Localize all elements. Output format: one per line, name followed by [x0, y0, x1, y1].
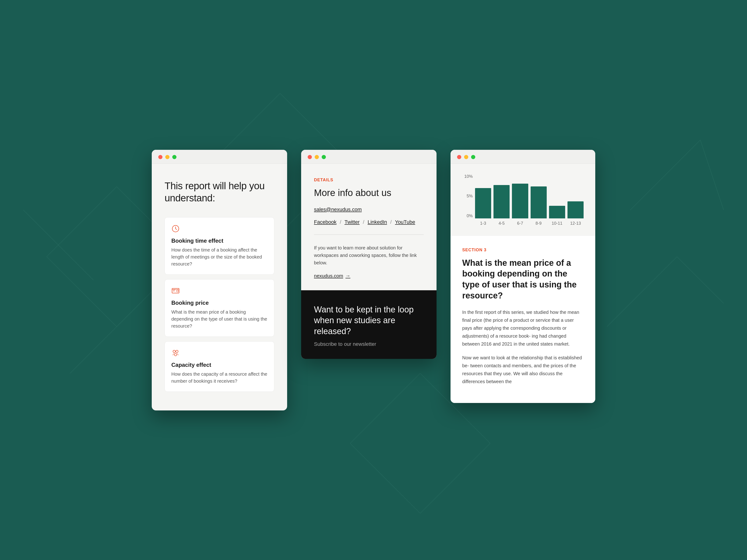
price-icon [171, 287, 181, 296]
details-label: DETAILS [314, 178, 424, 183]
booking-price-desc: What is the mean price of a booking depe… [171, 309, 267, 329]
chart-y-labels: 10% 5% 0% [462, 174, 475, 218]
linkedin-link[interactable]: LinkedIn [368, 219, 387, 225]
section-body-1: In the first report of this series, we s… [462, 308, 584, 348]
sep-0: / [340, 219, 341, 225]
chart-bar-group-4 [549, 174, 565, 218]
x-label-1: 4-5 [493, 219, 510, 228]
section-title: What is the mean price of a booking depe… [462, 258, 584, 301]
svg-line-7 [700, 140, 724, 210]
chart-bar-group-3 [531, 174, 547, 218]
chart-bar-5 [567, 202, 584, 218]
svg-line-4 [70, 303, 140, 373]
capacity-title: Capacity effect [171, 362, 267, 368]
svg-line-5 [23, 210, 93, 280]
panel-3-lower: SECTION 3 What is the mean price of a bo… [450, 236, 595, 403]
y-label-5: 5% [467, 194, 473, 198]
nexudus-link[interactable]: nexudus.com → [314, 273, 424, 278]
more-text: If you want to learn more about solution… [314, 244, 424, 266]
close-dot[interactable] [158, 155, 162, 159]
chart-bar-group-1 [493, 174, 510, 218]
panels-container: This report will help you understand: Bo… [152, 150, 595, 410]
chart-bar-group-5 [567, 174, 584, 218]
capacity-card: Capacity effect How does the capacity of… [164, 341, 274, 392]
titlebar-3 [450, 150, 595, 164]
panel-2: DETAILS More info about us sales@nexudus… [301, 150, 437, 359]
section-label: SECTION 3 [462, 247, 584, 252]
booking-time-title: Booking time effect [171, 238, 267, 244]
chart-bar-3 [531, 186, 547, 218]
panel-2-lower: Want to be kept in the loop when new stu… [301, 290, 437, 359]
titlebar-1 [152, 150, 287, 164]
panel-1-title: This report will help you understand: [164, 180, 274, 205]
panel-1-content: This report will help you understand: Bo… [152, 164, 287, 410]
close-dot-2[interactable] [308, 155, 312, 159]
panel-2-upper: DETAILS More info about us sales@nexudus… [301, 164, 437, 290]
x-label-5: 12-13 [567, 219, 584, 228]
chart-bar-4 [549, 206, 565, 218]
minimize-dot-3[interactable] [464, 155, 468, 159]
maximize-dot[interactable] [172, 155, 177, 159]
panel-1: This report will help you understand: Bo… [152, 150, 287, 410]
chart-bar-1 [493, 185, 510, 218]
x-label-2: 6-7 [512, 219, 528, 228]
facebook-link[interactable]: Facebook [314, 219, 337, 225]
panel-3-upper: 10% 5% 0% 1-34-56-78-910-1112-13 [450, 164, 595, 236]
svg-rect-19 [172, 288, 179, 293]
titlebar-2 [301, 150, 437, 164]
arrow-icon: → [345, 273, 351, 278]
maximize-dot-3[interactable] [471, 155, 475, 159]
maximize-dot-2[interactable] [322, 155, 326, 159]
chart-bar-group-0 [475, 174, 491, 218]
minimize-dot[interactable] [165, 155, 170, 159]
section-body-2: Now we want to look at the relationship … [462, 354, 584, 385]
chart-x-labels: 1-34-56-78-910-1112-13 [475, 219, 584, 228]
capacity-desc: How does the capacity of a resource affe… [171, 371, 267, 384]
x-label-4: 10-11 [549, 219, 565, 228]
svg-line-15 [420, 443, 490, 513]
y-label-0: 0% [467, 213, 473, 218]
chart-bar-group-2 [512, 174, 528, 218]
panel-3: 10% 5% 0% 1-34-56-78-910-1112-13 SECTION… [450, 150, 595, 403]
chart-bar-2 [512, 184, 528, 218]
booking-time-desc: How does the time of a booking affect th… [171, 246, 267, 267]
svg-line-0 [47, 187, 117, 257]
capacity-icon [171, 349, 181, 358]
newsletter-title: Want to be kept in the loop when new stu… [314, 304, 424, 337]
svg-line-9 [677, 257, 724, 303]
svg-point-20 [177, 290, 178, 292]
nexudus-url: nexudus.com [314, 273, 343, 278]
social-links: Facebook / Twitter / LinkedIn /YouTube [314, 219, 424, 225]
booking-price-title: Booking price [171, 300, 267, 306]
x-label-3: 8-9 [531, 219, 547, 228]
details-title: More info about us [314, 187, 424, 198]
clock-icon [171, 224, 181, 234]
svg-point-23 [176, 350, 178, 352]
svg-line-8 [607, 257, 677, 327]
newsletter-subtitle: Subscribe to our newsletter [314, 341, 424, 347]
booking-time-card: Booking time effect How does the time of… [164, 217, 274, 275]
booking-price-card: Booking price What is the mean price of … [164, 279, 274, 337]
sep-1: / [363, 219, 364, 225]
x-label-0: 1-3 [475, 219, 491, 228]
twitter-link[interactable]: Twitter [344, 219, 360, 225]
chart-bars [475, 174, 584, 218]
svg-line-16 [350, 443, 420, 513]
svg-point-22 [173, 350, 175, 352]
email-link[interactable]: sales@nexudus.com [314, 207, 424, 213]
svg-point-24 [174, 353, 177, 356]
bar-chart: 10% 5% 0% 1-34-56-78-910-1112-13 [462, 174, 584, 228]
chart-bar-0 [475, 188, 491, 218]
svg-line-6 [630, 140, 700, 210]
minimize-dot-2[interactable] [315, 155, 319, 159]
svg-line-3 [47, 257, 117, 327]
close-dot-3[interactable] [457, 155, 461, 159]
youtube-link[interactable]: YouTube [395, 219, 415, 225]
y-label-10: 10% [464, 174, 473, 179]
